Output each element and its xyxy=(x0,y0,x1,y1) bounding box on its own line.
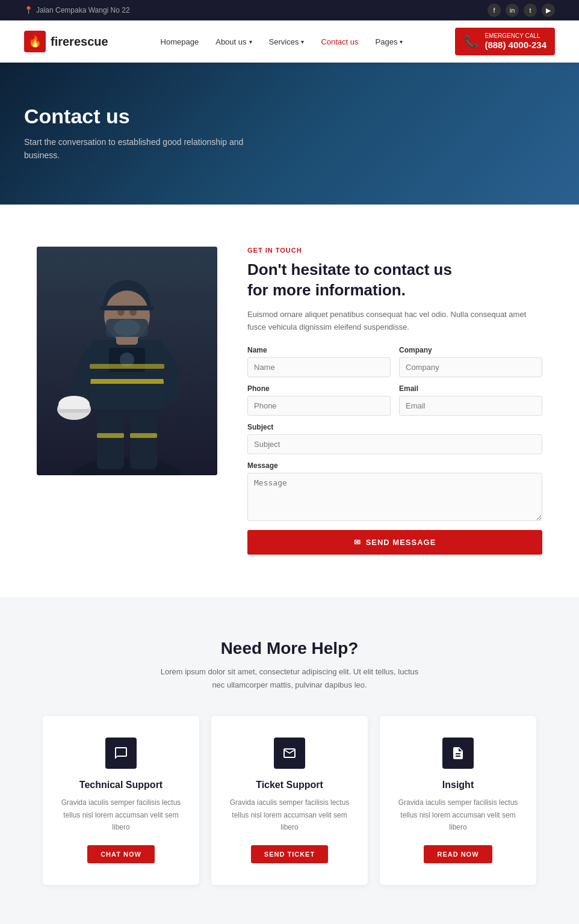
chat-now-button[interactable]: CHAT NOW xyxy=(87,845,155,863)
emergency-call-button[interactable]: 📞 EMERGENCY CALL (888) 4000-234 xyxy=(455,28,555,55)
form-group-company: Company xyxy=(399,346,542,377)
company-label: Company xyxy=(399,346,542,354)
contact-section: GET IN TOUCH Don't hesitate to contact u… xyxy=(13,205,566,597)
svg-rect-11 xyxy=(58,409,90,413)
chevron-down-icon: ▾ xyxy=(400,38,403,45)
help-cards: Technical Support Gravida iaculis semper… xyxy=(43,716,536,885)
twitter-icon[interactable]: t xyxy=(524,4,537,17)
help-card-insight: Insight Gravida iaculis semper facilisis… xyxy=(380,716,536,885)
youtube-icon[interactable]: ▶ xyxy=(542,4,555,17)
subject-label: Subject xyxy=(247,423,542,431)
card-ticket-title: Ticket Support xyxy=(228,780,351,790)
contact-heading: Don't hesitate to contact us for more in… xyxy=(247,260,542,301)
chevron-down-icon: ▾ xyxy=(249,38,252,45)
chat-icon xyxy=(105,738,137,769)
email-label: Email xyxy=(399,384,542,393)
nav-contact[interactable]: Contact us xyxy=(321,37,358,46)
card-technical-text: Gravida iaculis semper facilisis lectus … xyxy=(60,796,182,833)
form-group-subject: Subject xyxy=(247,423,542,454)
facebook-icon[interactable]: f xyxy=(488,4,501,17)
form-row-phone-email: Phone Email xyxy=(247,384,542,416)
svg-rect-3 xyxy=(97,433,124,438)
top-bar-address: 📍 Jalan Cempaka Wangi No 22 xyxy=(24,6,130,14)
logo-text: firerescue xyxy=(51,35,108,49)
help-card-technical: Technical Support Gravida iaculis semper… xyxy=(43,716,199,885)
contact-description: Euismod ornare aliquet penatibus consequ… xyxy=(247,309,542,334)
nav-pages[interactable]: Pages ▾ xyxy=(376,37,403,46)
subject-input[interactable] xyxy=(247,434,542,454)
firefighter-image xyxy=(37,247,217,475)
contact-image xyxy=(37,247,217,475)
nav-services[interactable]: Services ▾ xyxy=(269,37,305,46)
nav-homepage[interactable]: Homepage xyxy=(161,37,199,46)
top-bar: 📍 Jalan Cempaka Wangi No 22 f in t ▶ xyxy=(0,0,579,20)
email-input[interactable] xyxy=(399,396,542,416)
form-row-name-company: Name Company xyxy=(247,346,542,377)
ticket-icon xyxy=(274,738,305,769)
help-description: Lorem ipsum dolor sit amet, consectetur … xyxy=(157,665,422,692)
chevron-down-icon: ▾ xyxy=(301,38,304,45)
send-icon: ✉ xyxy=(354,538,361,547)
name-input[interactable] xyxy=(247,357,391,377)
header: 🔥 firerescue Homepage About us ▾ Service… xyxy=(0,20,579,63)
card-technical-title: Technical Support xyxy=(60,780,182,790)
main-nav: Homepage About us ▾ Services ▾ Contact u… xyxy=(161,37,403,46)
nav-about[interactable]: About us ▾ xyxy=(215,37,252,46)
svg-point-17 xyxy=(114,319,140,336)
form-group-phone: Phone xyxy=(247,384,391,416)
svg-rect-4 xyxy=(130,433,157,438)
svg-rect-19 xyxy=(90,364,164,369)
hero-section: Contact us Start the conversation to est… xyxy=(0,63,579,205)
location-icon: 📍 xyxy=(24,6,33,14)
form-row-message: Message xyxy=(247,461,542,523)
form-row-subject: Subject xyxy=(247,423,542,454)
logo-icon: 🔥 xyxy=(24,31,46,52)
read-now-button[interactable]: READ NOW xyxy=(424,845,492,863)
phone-icon: 📞 xyxy=(463,34,478,49)
phone-input[interactable] xyxy=(247,396,391,416)
logo[interactable]: 🔥 firerescue xyxy=(24,31,108,52)
message-input[interactable] xyxy=(247,473,542,521)
help-section: Need More Help? Lorem ipsum dolor sit am… xyxy=(0,597,579,924)
contact-form-area: GET IN TOUCH Don't hesitate to contact u… xyxy=(247,247,542,555)
emergency-text: EMERGENCY CALL (888) 4000-234 xyxy=(485,32,546,51)
card-ticket-text: Gravida iaculis semper facilisis lectus … xyxy=(228,796,351,833)
insight-icon xyxy=(442,738,474,769)
svg-rect-6 xyxy=(90,379,164,384)
card-insight-text: Gravida iaculis semper facilisis lectus … xyxy=(397,796,519,833)
svg-rect-18 xyxy=(100,306,154,310)
phone-label: Phone xyxy=(247,384,391,393)
svg-point-0 xyxy=(73,457,181,475)
form-group-message: Message xyxy=(247,461,542,523)
instagram-icon[interactable]: in xyxy=(506,4,519,17)
social-links: f in t ▶ xyxy=(488,4,555,17)
help-title: Need More Help? xyxy=(24,639,555,658)
card-insight-title: Insight xyxy=(397,780,519,790)
company-input[interactable] xyxy=(399,357,542,377)
get-in-touch-tag: GET IN TOUCH xyxy=(247,247,542,254)
help-card-ticket: Ticket Support Gravida iaculis semper fa… xyxy=(211,716,368,885)
message-label: Message xyxy=(247,461,542,470)
form-group-name: Name xyxy=(247,346,391,377)
hero-content: Contact us Start the conversation to est… xyxy=(24,105,555,162)
hero-title: Contact us xyxy=(24,105,555,128)
name-label: Name xyxy=(247,346,391,354)
form-group-email: Email xyxy=(399,384,542,416)
hero-subtitle: Start the conversation to established go… xyxy=(24,135,253,162)
send-ticket-button[interactable]: SEND TICKET xyxy=(251,845,328,863)
address-text: Jalan Cempaka Wangi No 22 xyxy=(36,6,130,14)
send-message-button[interactable]: ✉ SEND MESSAGE xyxy=(247,530,542,555)
